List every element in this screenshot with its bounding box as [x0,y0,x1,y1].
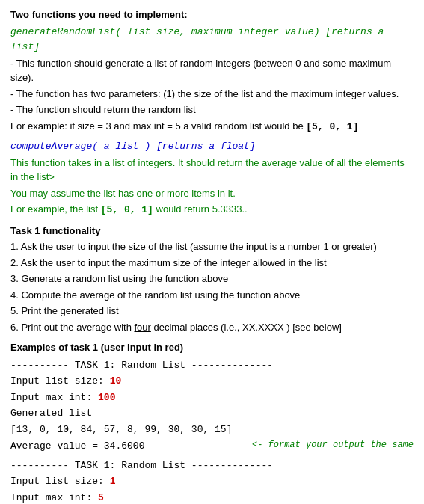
task1-item-3: 3. Generate a random list using the func… [10,271,414,286]
func2-signature: computeAverage( a list ) [returns a floa… [10,138,414,154]
func1-example: For example: if size = 3 and max int = 5… [10,119,414,135]
task1-item-4: 4. Compute the average of the random lis… [10,288,414,303]
input-max-1: Input max int: 100 [10,390,414,405]
main-content: Two functions you need to implement: gen… [10,7,414,504]
input-max-2: Input max int: 5 [10,491,414,505]
gen-list-val-1: [13, 0, 10, 84, 57, 8, 99, 30, 30, 15] [10,422,414,437]
func1-desc2: - The function has two parameters: (1) t… [10,87,414,102]
input-size-1: Input list size: 10 [10,374,414,389]
func2-block: computeAverage( a list ) [returns a floa… [10,138,414,218]
avg-val-1: Average value = 34.6000 [10,440,144,452]
heading: Two functions you need to implement: [10,7,414,22]
func2-name: computeAverage( a list ) [returns a floa… [10,141,256,152]
task1-item-2: 2. Ask the user to input the maximum siz… [10,256,414,271]
format-note: <- format your output the same [252,438,414,452]
avg-line-1: Average value = 34.6000 <- format your o… [10,438,414,454]
example-block-2: ---------- TASK 1: Random List ---------… [10,458,414,505]
examples-header: Examples of task 1 (user input in red) [10,340,414,355]
task1-header: Task 1 functionality [10,224,414,239]
func1-name: generateRandomList( list size, maximum i… [10,26,384,53]
func1-desc1: - This function should generate a list o… [10,56,414,85]
task1-item-6: 6. Print out the average with four decim… [10,320,414,335]
task1-items: 1. Ask the user to input the size of the… [10,239,414,334]
separator-1: ---------- TASK 1: Random List ---------… [10,358,414,373]
func2-desc2: You may assume the list has one or more … [10,186,414,201]
gen-list-label-1: Generated list [10,406,414,421]
task1-item-1: 1. Ask the user to input the size of the… [10,239,414,254]
func1-block: generateRandomList( list size, maximum i… [10,24,414,135]
func1-desc3: - The function should return the random … [10,102,414,117]
example-block-1: ---------- TASK 1: Random List ---------… [10,358,414,454]
input-size-2: Input list size: 1 [10,474,414,489]
task1-item-5: 5. Print the generated list [10,304,414,319]
separator-2: ---------- TASK 1: Random List ---------… [10,458,414,473]
func2-example: For example, the list [5, 0, 1] would re… [10,202,414,218]
func2-desc1: This function takes in a list of integer… [10,156,414,185]
func1-signature: generateRandomList( list size, maximum i… [10,24,414,55]
